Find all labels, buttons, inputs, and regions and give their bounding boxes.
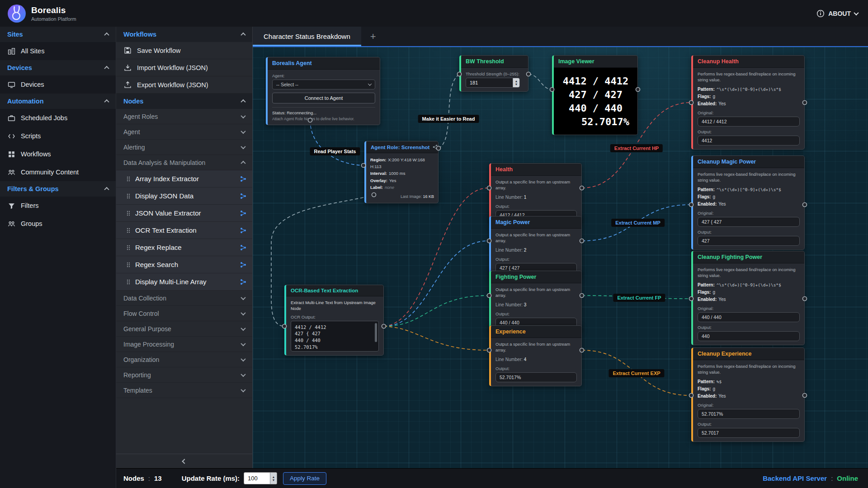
flow-node-fighting-power[interactable]: Fighting Power Output a specific line fr… [489, 271, 582, 332]
category-data-analysis[interactable]: Data Analysis & Manipulation [116, 155, 252, 170]
category-agent[interactable]: Agent [116, 124, 252, 140]
brand: Borealis Automation Platform [7, 4, 76, 23]
category-templates[interactable]: Templates [116, 383, 252, 398]
flow-node-health[interactable]: Health Output a specific line from an up… [489, 163, 582, 224]
category-data-collection[interactable]: Data Collection [116, 291, 252, 306]
category-image-processing[interactable]: Image Processing [116, 337, 252, 352]
output-field[interactable]: 440 [698, 331, 800, 341]
node-item-regex-search[interactable]: Regex Search [116, 256, 252, 273]
sidebar-section-automation[interactable]: Automation [0, 94, 116, 109]
node-item-display-json-data[interactable]: Display JSON Data [116, 188, 252, 205]
kv-value: 1 [524, 195, 527, 200]
flow-node-experience[interactable]: Experience Output a specific line from a… [489, 325, 582, 386]
scrollbar[interactable] [375, 323, 377, 342]
category-general-purpose[interactable]: General Purpose [116, 321, 252, 337]
share-icon[interactable] [432, 144, 438, 150]
sidebar-item-groups[interactable]: Groups [0, 215, 116, 233]
sidebar-item-devices[interactable]: Devices [0, 75, 116, 94]
sidebar-item-all-sites[interactable]: All Sites [0, 42, 116, 60]
export-workflow-button[interactable]: Export Workflow (JSON) [116, 76, 252, 94]
output-field[interactable]: 4412 [698, 136, 800, 145]
output-label: Output: [495, 311, 577, 316]
chevron-down-icon [241, 144, 245, 149]
kv-value: g [712, 386, 715, 391]
original-field[interactable]: 4412 / 4412 [698, 117, 800, 127]
flow-node-image-viewer[interactable]: Image Viewer 4412 / 4412 427 / 427 440 /… [552, 55, 638, 135]
add-tab-button[interactable]: + [361, 27, 385, 46]
agent-select[interactable]: -- Select -- [272, 80, 375, 89]
save-workflow-button[interactable]: Save Workflow [116, 42, 252, 59]
flow-node-agent-role-screenshot[interactable]: Agent Role: Screenshot Region:X:200 Y:41… [364, 141, 439, 203]
update-rate-label: Update Rate (ms): [182, 474, 240, 482]
node-item-ocr-text-extraction[interactable]: OCR Text Extraction [116, 222, 252, 239]
node-title: Experience [495, 328, 526, 335]
category-alerting[interactable]: Alerting [116, 140, 252, 155]
node-item-json-value-extractor[interactable]: JSON Value Extractor [116, 205, 252, 222]
category-agent-roles[interactable]: Agent Roles [116, 109, 252, 124]
sidebar-item-workflows[interactable]: Workflows [0, 145, 116, 163]
category-organization[interactable]: Organization [116, 352, 252, 367]
ocr-output-label: OCR Output: [291, 314, 379, 319]
sidebar-item-filters[interactable]: Filters [0, 197, 116, 215]
node-title: Agent Role: Screenshot [371, 145, 429, 150]
flow-node-borealis-agent[interactable]: Borealis Agent Agent: -- Select -- Conne… [266, 57, 380, 125]
edge [528, 74, 551, 89]
output-field[interactable]: 52.7017 [698, 428, 800, 438]
sidebar-section-filters-groups[interactable]: Filters & Groups [0, 181, 116, 197]
kv-label: Pattern: [698, 87, 715, 92]
flow-node-cleanup-health[interactable]: Cleanup Health Performs live regex-based… [691, 55, 805, 150]
nodes-panel-header[interactable]: Nodes [116, 94, 252, 109]
edge [384, 241, 488, 326]
chevron-up-icon [241, 33, 245, 38]
node-item-regex-replace[interactable]: Regex Replace [116, 239, 252, 256]
drag-handle-icon[interactable] [126, 244, 131, 251]
node-header: Cleanup Magic Power [693, 156, 804, 168]
stepper-buttons[interactable]: ▲▼ [513, 78, 519, 87]
flow-node-magic-power[interactable]: Magic Power Output a specific line from … [489, 216, 582, 277]
edge [384, 326, 488, 350]
borealis-logo [7, 4, 26, 23]
output-field[interactable]: 52.7017% [495, 372, 577, 382]
original-field[interactable]: 427 { 427 [698, 217, 800, 227]
sidebar-item-scripts[interactable]: Scripts [0, 127, 116, 145]
category-reporting[interactable]: Reporting [116, 367, 252, 383]
connect-agent-button[interactable]: Connect to Agent [272, 93, 375, 103]
category-flow-control[interactable]: Flow Control [116, 306, 252, 321]
collapse-sidebar-button[interactable] [116, 454, 252, 468]
workflows-panel-header[interactable]: Workflows [116, 27, 252, 42]
drag-handle-icon[interactable] [126, 210, 131, 217]
edge-label-read-player-stats: Read Player Stats [310, 147, 360, 155]
flow-node-bw-threshold[interactable]: BW Threshold Threshold Strength (0–255):… [459, 55, 528, 92]
stepper-buttons[interactable]: ▲▼ [270, 473, 277, 484]
workflow-canvas[interactable]: Borealis Agent Agent: -- Select -- Conne… [253, 47, 868, 468]
flow-node-cleanup-fighting-power[interactable]: Cleanup Fighting Power Performs live reg… [691, 251, 805, 345]
flow-node-cleanup-magic-power[interactable]: Cleanup Magic Power Performs live regex-… [691, 155, 805, 250]
kv-value: 2 [524, 248, 527, 253]
sidebar-section-sites[interactable]: Sites [0, 27, 116, 42]
apply-rate-button[interactable]: Apply Rate [283, 472, 326, 485]
sidebar-section-devices[interactable]: Devices [0, 60, 116, 75]
drag-handle-icon[interactable] [126, 261, 131, 268]
drag-handle-icon[interactable] [126, 192, 131, 200]
node-item-array-index-extractor[interactable]: Array Index Extractor [116, 170, 252, 188]
sidebar-item-scheduled-jobs[interactable]: Scheduled Jobs [0, 109, 116, 127]
flow-node-ocr-text-extraction[interactable]: OCR-Based Text Extraction Extract Multi-… [284, 285, 384, 356]
kv-value: 4 [524, 357, 527, 362]
import-workflow-button[interactable]: Import Workflow (JSON) [116, 59, 252, 76]
node-item-display-multi-line-array[interactable]: Display Multi-Line Array [116, 273, 252, 291]
tab-character-status-breakdown[interactable]: Character Status Breakdown [253, 27, 361, 46]
drag-handle-icon[interactable] [126, 278, 131, 286]
drag-handle-icon[interactable] [126, 227, 131, 234]
import-icon [123, 64, 132, 71]
ocr-output-panel[interactable]: 4412 / 4412 427 { 427 440 / 440 52.7017% [291, 321, 379, 352]
threshold-input[interactable] [466, 78, 520, 88]
output-field[interactable]: 427 [698, 236, 800, 246]
flow-node-cleanup-experience[interactable]: Cleanup Experience Performs live regex-b… [691, 347, 805, 442]
about-menu[interactable]: ABOUT [816, 9, 858, 18]
original-field[interactable]: 440 / 440 [698, 312, 800, 322]
nodes-count-label: Nodes [123, 474, 144, 482]
sidebar-item-community-content[interactable]: Community Content [0, 163, 116, 181]
node-description: Performs live regex-based find/replace o… [698, 71, 800, 83]
drag-handle-icon[interactable] [126, 175, 131, 183]
original-field[interactable]: 52.7017% [698, 409, 800, 419]
